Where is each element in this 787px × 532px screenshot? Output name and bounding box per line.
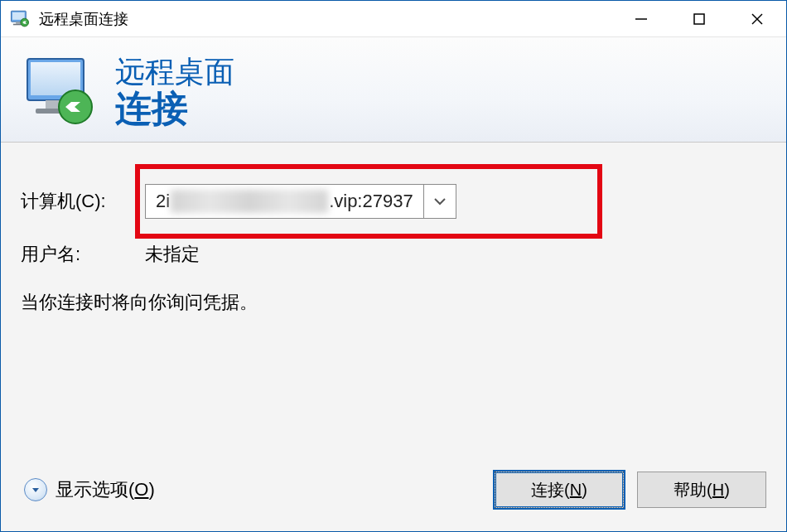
titlebar: 远程桌面连接 bbox=[1, 1, 786, 37]
banner: 远程桌面 连接 bbox=[1, 37, 786, 143]
body: 计算机(C): 2i .vip:27937 bbox=[1, 143, 786, 463]
minimize-icon bbox=[634, 12, 649, 27]
banner-title-line2: 连接 bbox=[115, 89, 234, 128]
help-button[interactable]: 帮助(H) bbox=[637, 472, 766, 508]
computer-value-suffix: .vip:27937 bbox=[329, 191, 413, 212]
svg-point-13 bbox=[59, 90, 92, 123]
rdc-app-icon bbox=[9, 8, 31, 30]
computer-row: 计算机(C): 2i .vip:27937 bbox=[21, 184, 766, 219]
computer-combo[interactable]: 2i .vip:27937 bbox=[145, 184, 592, 219]
show-options-toggle[interactable]: 显示选项(O) bbox=[24, 477, 155, 502]
username-value: 未指定 bbox=[145, 242, 200, 267]
banner-title-line1: 远程桌面 bbox=[115, 56, 234, 89]
maximize-button[interactable] bbox=[670, 1, 728, 36]
footer: 显示选项(O) 连接(N) 帮助(H) bbox=[1, 463, 786, 531]
rdc-banner-icon bbox=[21, 52, 100, 132]
credential-note: 当你连接时将向你询问凭据。 bbox=[21, 290, 766, 315]
close-icon bbox=[750, 12, 765, 27]
window-title: 远程桌面连接 bbox=[39, 9, 612, 29]
computer-label: 计算机(C): bbox=[21, 189, 145, 214]
chevron-down-icon bbox=[432, 194, 447, 209]
banner-titles: 远程桌面 连接 bbox=[115, 56, 234, 128]
redacted-segment bbox=[171, 190, 328, 213]
username-row: 用户名: 未指定 bbox=[21, 242, 766, 267]
show-options-label: 显示选项(O) bbox=[56, 477, 155, 502]
connect-button[interactable]: 连接(N) bbox=[495, 472, 624, 508]
minimize-button[interactable] bbox=[612, 1, 670, 36]
maximize-icon bbox=[693, 12, 706, 26]
svg-rect-6 bbox=[694, 14, 704, 24]
computer-value-prefix: 2i bbox=[156, 191, 170, 212]
username-label: 用户名: bbox=[21, 242, 145, 267]
svg-marker-14 bbox=[32, 488, 39, 492]
computer-value: 2i .vip:27937 bbox=[156, 190, 413, 213]
window-controls bbox=[612, 1, 786, 36]
computer-dropdown-button[interactable] bbox=[423, 184, 456, 219]
rdc-window: 远程桌面连接 bbox=[0, 0, 787, 532]
close-button[interactable] bbox=[728, 1, 786, 36]
computer-input[interactable]: 2i .vip:27937 bbox=[145, 184, 423, 219]
disclosure-down-icon bbox=[24, 478, 47, 501]
computer-combo-wrap: 2i .vip:27937 bbox=[145, 184, 592, 219]
